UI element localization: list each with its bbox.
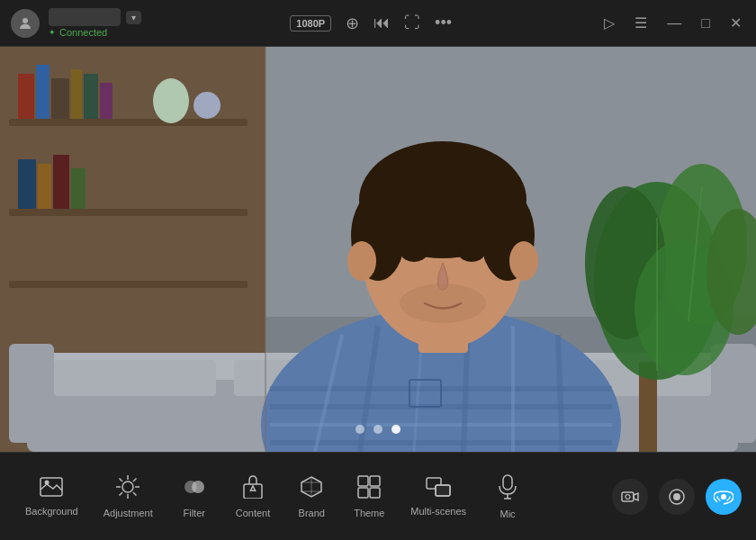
brand-label: Brand [299, 508, 325, 518]
play-button[interactable]: ▷ [600, 13, 618, 33]
title-bar-left: ▾ ✦ Connected [11, 8, 141, 38]
resolution-badge[interactable]: 1080P [290, 15, 331, 32]
video-scene [0, 47, 756, 452]
tool-background[interactable]: Background [14, 470, 89, 524]
svg-line-66 [120, 492, 123, 496]
svg-point-58 [122, 482, 133, 492]
user-info: ▾ ✦ Connected [49, 8, 141, 38]
content-icon [242, 475, 264, 504]
svg-rect-4 [9, 119, 248, 126]
connected-label: Connected [59, 27, 107, 38]
avatar [11, 9, 40, 38]
connected-status: ✦ Connected [49, 27, 141, 38]
svg-point-84 [673, 493, 680, 500]
adjustment-icon [116, 475, 140, 504]
people-icon[interactable]: ⛶ [404, 14, 420, 32]
svg-rect-16 [71, 168, 86, 209]
tool-mic[interactable]: Mic [481, 467, 535, 526]
adjustment-label: Adjustment [104, 508, 153, 518]
title-bar-right: ▷ ☰ — □ ✕ [600, 13, 745, 33]
toolbar-right [612, 479, 742, 515]
svg-point-47 [347, 241, 376, 281]
svg-rect-81 [622, 492, 634, 501]
camera-button[interactable] [612, 479, 648, 515]
svg-point-44 [401, 246, 427, 262]
background-icon [40, 477, 63, 502]
theme-label: Theme [354, 508, 384, 518]
filter-label: Filter [184, 508, 205, 518]
tool-items: Background Adjustment [14, 467, 535, 526]
slide-dots [356, 425, 400, 434]
title-bar-center: 1080P ⊕ ⏮ ⛶ ••• [290, 14, 452, 33]
tool-theme[interactable]: Theme [342, 468, 396, 526]
title-bar: ▾ ✦ Connected 1080P ⊕ ⏮ ⛶ ••• ▷ ☰ — □ ✕ [0, 0, 756, 47]
svg-rect-8 [36, 65, 50, 119]
dot-2[interactable] [374, 425, 382, 434]
svg-line-65 [133, 478, 137, 482]
multiscenes-icon [426, 477, 451, 502]
multiscenes-label: Multi-scenes [410, 506, 466, 517]
svg-point-45 [459, 246, 484, 262]
svg-rect-26 [711, 344, 756, 443]
minimize-button[interactable]: — [663, 14, 685, 33]
scene-svg [0, 47, 756, 452]
svg-rect-7 [18, 74, 34, 119]
svg-rect-6 [9, 281, 248, 288]
brand-icon [300, 475, 323, 504]
tool-content[interactable]: Content [225, 468, 282, 526]
dot-3[interactable] [392, 425, 400, 434]
svg-rect-76 [436, 485, 450, 496]
close-button[interactable]: ✕ [726, 13, 745, 33]
tool-multiscenes[interactable]: Multi-scenes [400, 470, 477, 524]
svg-point-46 [400, 284, 486, 323]
svg-rect-73 [358, 488, 368, 498]
svg-point-57 [45, 480, 50, 484]
svg-point-82 [626, 494, 630, 499]
background-label: Background [25, 506, 78, 517]
svg-rect-21 [54, 360, 216, 396]
content-label: Content [236, 508, 271, 518]
svg-rect-71 [358, 476, 368, 486]
live-button[interactable] [706, 479, 742, 515]
svg-point-48 [509, 241, 538, 281]
svg-point-0 [22, 18, 28, 23]
video-area [0, 47, 756, 452]
svg-rect-15 [53, 155, 69, 209]
theme-icon [357, 475, 381, 504]
mic-label: Mic [500, 508, 515, 519]
dropdown-arrow[interactable]: ▾ [126, 11, 141, 24]
svg-rect-10 [71, 69, 82, 119]
svg-line-63 [120, 478, 123, 482]
more-icon[interactable]: ••• [435, 14, 452, 32]
svg-rect-78 [503, 475, 512, 490]
username-row: ▾ [49, 8, 141, 26]
svg-rect-5 [9, 209, 248, 216]
maximize-button[interactable]: □ [698, 14, 714, 33]
svg-point-18 [194, 92, 220, 119]
svg-rect-9 [51, 78, 69, 119]
skip-icon[interactable]: ⏮ [374, 14, 390, 32]
svg-point-17 [153, 78, 189, 123]
tool-filter[interactable]: Filter [167, 468, 221, 526]
dot-1[interactable] [356, 425, 364, 434]
menu-button[interactable]: ☰ [631, 13, 651, 33]
connected-icon: ✦ [49, 28, 56, 37]
record-button[interactable] [659, 479, 695, 515]
svg-rect-13 [18, 159, 36, 209]
svg-rect-74 [370, 488, 380, 498]
zoom-in-icon[interactable]: ⊕ [346, 14, 359, 33]
username-box[interactable] [49, 8, 121, 26]
bottom-toolbar: Background Adjustment [0, 452, 756, 540]
svg-rect-72 [370, 476, 380, 486]
svg-rect-14 [38, 164, 51, 209]
tool-adjustment[interactable]: Adjustment [93, 468, 164, 526]
svg-line-64 [133, 492, 137, 496]
mic-icon [498, 474, 518, 505]
svg-rect-12 [100, 83, 112, 119]
svg-rect-25 [9, 344, 54, 443]
tool-brand[interactable]: Brand [284, 468, 338, 526]
svg-rect-11 [84, 74, 98, 119]
svg-point-85 [721, 494, 726, 500]
filter-icon [183, 475, 206, 504]
